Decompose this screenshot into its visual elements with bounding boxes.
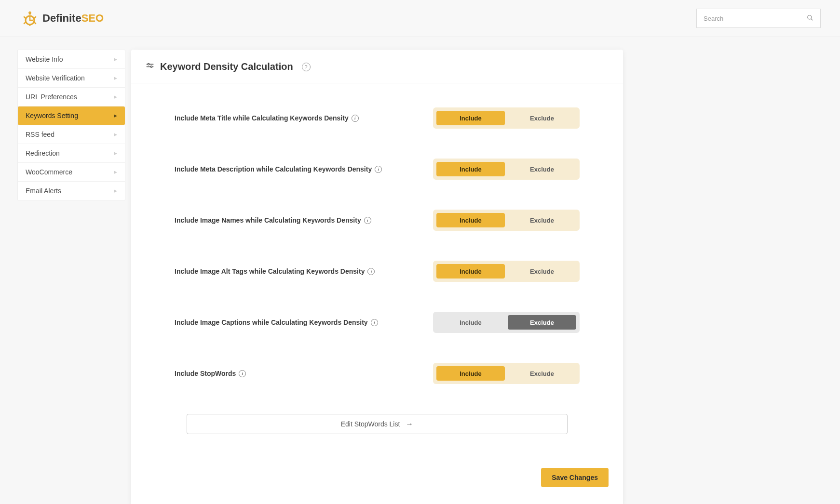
search-box[interactable] [696,9,821,28]
exclude-toggle[interactable]: Exclude [508,162,576,176]
include-toggle[interactable]: Include [436,315,505,330]
setting-label: Include Meta Description while Calculati… [175,165,382,173]
edit-stopwords-button[interactable]: Edit StopWords List→ [187,414,568,434]
search-icon [807,14,813,23]
chevron-right-icon: ▶ [114,76,117,80]
setting-label-text: Include Meta Title while Calculating Key… [175,114,349,122]
include-toggle[interactable]: Include [436,264,505,279]
search-input[interactable] [704,15,807,22]
exclude-toggle[interactable]: Exclude [508,315,576,330]
setting-row: Include Meta Description while Calculati… [175,159,580,180]
brand-name-accent: SEO [81,12,104,24]
arrow-right-icon: → [406,420,413,428]
exclude-toggle[interactable]: Exclude [508,111,576,125]
sidebar-item-redirection[interactable]: Redirection▶ [18,144,125,163]
chevron-right-icon: ▶ [114,94,117,99]
info-icon[interactable]: i [239,370,246,377]
brand-name-main: Definite [42,12,81,24]
sidebar-item-website-info[interactable]: Website Info▶ [18,50,125,69]
include-toggle[interactable]: Include [436,366,505,381]
setting-label: Include Image Alt Tags while Calculating… [175,267,375,275]
setting-label-text: Include StopWords [175,370,236,377]
panel-header: Keyword Density Calculation ? [131,50,623,83]
save-changes-button[interactable]: Save Changes [541,468,609,487]
sidebar: Website Info▶Website Verification▶URL Pr… [17,50,125,200]
sidebar-item-label: Email Alerts [26,187,61,195]
exclude-toggle[interactable]: Exclude [508,264,576,279]
setting-label: Include Image Captions while Calculating… [175,318,378,326]
setting-label-text: Include Meta Description while Calculati… [175,165,372,173]
setting-label: Include Meta Title while Calculating Key… [175,114,359,122]
sidebar-item-label: URL Preferences [26,93,77,101]
sidebar-item-keywords-setting[interactable]: Keywords Setting▶ [18,106,125,125]
exclude-toggle[interactable]: Exclude [508,366,576,381]
setting-row: Include Image Alt Tags while Calculating… [175,261,580,282]
info-icon[interactable]: i [367,268,375,275]
gear-logo-icon [22,11,38,26]
sidebar-item-label: Website Info [26,55,63,63]
setting-label: Include Image Names while Calculating Ke… [175,216,371,224]
sidebar-item-label: Website Verification [26,74,85,82]
chevron-right-icon: ▶ [114,113,117,118]
toggle-group: IncludeExclude [433,159,580,180]
sliders-icon [146,62,154,72]
svg-point-5 [148,64,149,65]
toggle-group: IncludeExclude [433,363,580,384]
svg-line-3 [811,18,813,20]
sidebar-item-label: RSS feed [26,131,54,138]
brand-name: DefiniteSEO [42,12,104,25]
info-icon[interactable]: i [375,166,382,173]
setting-row: Include Image Names while Calculating Ke… [175,210,580,231]
setting-row: Include Image Captions while Calculating… [175,312,580,333]
svg-point-2 [808,15,812,19]
setting-label-text: Include Image Alt Tags while Calculating… [175,267,365,275]
setting-row: Include StopWordsiIncludeExclude [175,363,580,384]
help-icon[interactable]: ? [302,63,311,71]
chevron-right-icon: ▶ [114,151,117,156]
sidebar-item-label: Keywords Setting [26,112,78,119]
panel-body: Include Meta Title while Calculating Key… [131,83,623,468]
panel-title: Keyword Density Calculation [160,61,293,72]
chevron-right-icon: ▶ [114,188,117,193]
panel-footer: Save Changes [131,468,623,504]
settings-panel: Keyword Density Calculation ? Include Me… [131,50,623,504]
info-icon[interactable]: i [352,115,359,122]
exclude-toggle[interactable]: Exclude [508,213,576,227]
edit-stopwords-label: Edit StopWords List [341,420,400,428]
toggle-group: IncludeExclude [433,261,580,282]
header: DefiniteSEO [0,0,840,37]
chevron-right-icon: ▶ [114,132,117,137]
chevron-right-icon: ▶ [114,170,117,174]
toggle-group: IncludeExclude [433,312,580,333]
include-toggle[interactable]: Include [436,213,505,227]
sidebar-item-rss-feed[interactable]: RSS feed▶ [18,125,125,144]
sidebar-item-website-verification[interactable]: Website Verification▶ [18,69,125,88]
svg-point-7 [150,66,152,67]
toggle-group: IncludeExclude [433,107,580,129]
include-toggle[interactable]: Include [436,111,505,125]
toggle-group: IncludeExclude [433,210,580,231]
sidebar-item-label: WooCommerce [26,168,72,176]
sidebar-item-url-preferences[interactable]: URL Preferences▶ [18,88,125,106]
setting-label-text: Include Image Captions while Calculating… [175,318,368,326]
info-icon[interactable]: i [364,217,371,224]
setting-label-text: Include Image Names while Calculating Ke… [175,216,361,224]
sidebar-item-woocommerce[interactable]: WooCommerce▶ [18,163,125,182]
setting-row: Include Meta Title while Calculating Key… [175,107,580,129]
setting-label: Include StopWordsi [175,370,246,377]
sidebar-item-email-alerts[interactable]: Email Alerts▶ [18,182,125,200]
info-icon[interactable]: i [371,319,378,326]
brand-logo[interactable]: DefiniteSEO [22,11,104,26]
include-toggle[interactable]: Include [436,162,505,176]
main-layout: Website Info▶Website Verification▶URL Pr… [0,37,840,504]
sidebar-item-label: Redirection [26,149,60,157]
chevron-right-icon: ▶ [114,57,117,62]
